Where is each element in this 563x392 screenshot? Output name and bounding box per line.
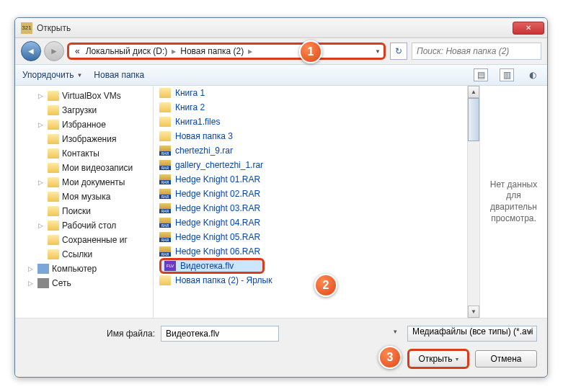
- file-row[interactable]: Книга 1: [154, 86, 479, 100]
- folder-icon: [48, 148, 59, 159]
- scroll-up-button[interactable]: ▲: [468, 86, 479, 98]
- help-button[interactable]: ◐: [526, 68, 540, 81]
- file-row[interactable]: Hedge Knight 02.RAR: [154, 187, 479, 201]
- scroll-thumb[interactable]: [468, 98, 479, 141]
- scrollbar-vertical[interactable]: ▲ ▼: [467, 86, 479, 318]
- tree-item-label: VirtualBox VMs: [62, 91, 121, 101]
- tree-item[interactable]: Поиски: [15, 204, 153, 218]
- expand-icon[interactable]: ▷: [28, 265, 35, 272]
- back-button[interactable]: ◄: [21, 41, 41, 61]
- breadcrumb[interactable]: « Локальный диск (D:) ▶ Новая папка (2) …: [67, 43, 386, 60]
- callout-3: 3: [378, 346, 402, 369]
- tree-item[interactable]: Ссылки: [15, 247, 153, 262]
- tree-item[interactable]: Сохраненные иг: [15, 233, 153, 247]
- nav-tree[interactable]: ▷VirtualBox VMsЗагрузки▷ИзбранноеИзображ…: [15, 86, 154, 318]
- file-row[interactable]: Hedge Knight 03.RAR: [154, 201, 479, 215]
- close-button[interactable]: ✕: [513, 22, 544, 35]
- organize-menu[interactable]: Упорядочить ▼: [22, 70, 82, 80]
- file-name: Hedge Knight 03.RAR: [175, 203, 260, 213]
- file-icon: [159, 102, 171, 112]
- refresh-button[interactable]: ↻: [390, 43, 407, 60]
- file-icon: [159, 203, 171, 213]
- tree-item-label: Контакты: [62, 148, 99, 159]
- file-icon: [159, 189, 171, 199]
- nav-bar: ◄ ► « Локальный диск (D:) ▶ Новая папка …: [15, 38, 547, 64]
- file-row[interactable]: Книга 2: [154, 100, 479, 115]
- tree-item-label: Загрузки: [62, 105, 97, 115]
- file-icon: [159, 218, 171, 228]
- breadcrumb-seg-folder[interactable]: Новая папка (2): [177, 46, 247, 56]
- expand-icon[interactable]: ▷: [38, 92, 45, 99]
- file-row[interactable]: Hedge Knight 01.RAR: [154, 172, 479, 187]
- file-name: Hedge Knight 01.RAR: [175, 174, 260, 184]
- chevron-right-icon[interactable]: ▶: [170, 48, 177, 55]
- tree-item[interactable]: ▷Компьютер: [15, 262, 153, 276]
- tree-item[interactable]: ▷Рабочий стол: [15, 218, 153, 233]
- expand-icon[interactable]: ▷: [28, 280, 35, 287]
- preview-pane-button[interactable]: ▥: [500, 68, 514, 81]
- tree-item[interactable]: Мои видеозаписи: [15, 161, 153, 175]
- tree-item[interactable]: ▷Мои документы: [15, 175, 153, 190]
- search-input[interactable]: [412, 43, 541, 60]
- file-icon: [159, 232, 171, 242]
- folder-icon: [48, 134, 59, 144]
- tree-item-label: Поиски: [62, 206, 91, 216]
- file-row[interactable]: Hedge Knight 06.RAR: [154, 244, 479, 259]
- file-icon: [159, 160, 171, 170]
- preview-pane: Нет данных для дварительн просмотра.: [479, 86, 547, 318]
- expand-icon[interactable]: ▷: [38, 222, 45, 229]
- open-file-dialog: 321 Открыть ✕ ◄ ► « Локальный диск (D:) …: [14, 17, 548, 378]
- tree-item[interactable]: Моя музыка: [15, 190, 153, 204]
- cancel-button[interactable]: Отмена: [475, 350, 537, 368]
- folder-icon: [48, 249, 59, 259]
- file-row[interactable]: FLVВидеотека.flv: [154, 259, 479, 273]
- filetype-combo[interactable]: Медиафайлы (все типы) (*.avi: [407, 326, 537, 342]
- folder-icon: [37, 278, 49, 288]
- file-icon: [159, 88, 171, 98]
- file-row[interactable]: chertezhi_9.rar: [154, 143, 479, 158]
- file-name: Hedge Knight 02.RAR: [175, 189, 260, 199]
- window-title: Открыть: [37, 23, 513, 33]
- tree-item[interactable]: ▷Избранное: [15, 117, 153, 132]
- tree-item[interactable]: Изображения: [15, 132, 153, 146]
- view-options-button[interactable]: ▤: [474, 68, 488, 81]
- filename-label: Имя файла:: [25, 329, 155, 339]
- tree-item-label: Рабочий стол: [62, 220, 116, 231]
- chevron-right-icon[interactable]: ▶: [247, 48, 254, 55]
- filename-input[interactable]: [161, 326, 279, 342]
- callout-2: 2: [314, 274, 337, 297]
- tree-item[interactable]: Загрузки: [15, 103, 153, 117]
- open-button[interactable]: Открыть ▾: [407, 349, 469, 369]
- callout-1: 1: [299, 40, 322, 63]
- app-icon: 321: [21, 22, 32, 34]
- chevron-down-icon[interactable]: ▼: [375, 48, 381, 55]
- new-folder-button[interactable]: Новая папка: [94, 70, 144, 80]
- breadcrumb-seg-drive[interactable]: Локальный диск (D:): [83, 46, 171, 56]
- scroll-down-button[interactable]: ▼: [468, 306, 479, 318]
- file-icon: [159, 275, 171, 285]
- tree-item[interactable]: Контакты: [15, 146, 153, 161]
- file-name: gallery_chertezhi_1.rar: [175, 160, 263, 170]
- folder-icon: [37, 264, 49, 274]
- file-icon: FLV: [164, 261, 176, 271]
- tree-item[interactable]: ▷VirtualBox VMs: [15, 89, 153, 103]
- tree-item-label: Сохраненные иг: [62, 235, 128, 245]
- file-row[interactable]: Hedge Knight 05.RAR: [154, 230, 479, 244]
- file-row[interactable]: gallery_chertezhi_1.rar: [154, 158, 479, 172]
- folder-icon: [48, 220, 59, 231]
- file-name: Книга1.files: [175, 117, 220, 127]
- tree-item-label: Ссылки: [62, 249, 92, 259]
- file-icon: [159, 174, 171, 184]
- folder-icon: [48, 105, 59, 115]
- file-row[interactable]: Новая папка 3: [154, 129, 479, 143]
- folder-icon: [48, 235, 59, 245]
- expand-icon[interactable]: ▷: [38, 179, 45, 186]
- file-row[interactable]: Книга1.files: [154, 115, 479, 129]
- file-row[interactable]: Hedge Knight 04.RAR: [154, 215, 479, 230]
- forward-button[interactable]: ►: [44, 41, 64, 61]
- file-name: chertezhi_9.rar: [175, 146, 233, 156]
- toolbar: Упорядочить ▼ Новая папка ▤ ▥ ◐: [15, 64, 547, 86]
- tree-item[interactable]: ▷Сеть: [15, 276, 153, 290]
- expand-icon[interactable]: ▷: [38, 121, 45, 128]
- tree-item-label: Компьютер: [52, 264, 97, 274]
